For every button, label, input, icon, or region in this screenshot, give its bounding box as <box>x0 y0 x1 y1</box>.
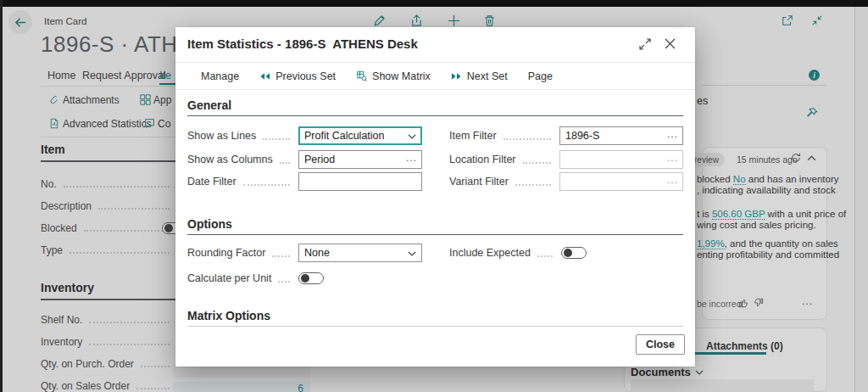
chevron-down-icon <box>408 251 416 256</box>
dialog-title: Item Statistics - 1896-S ATHENS Desk <box>187 36 418 51</box>
calculate-per-unit-toggle[interactable] <box>298 272 324 284</box>
variant-filter-row: Variant Filter ... <box>449 172 683 191</box>
expand-dialog-icon[interactable] <box>639 38 651 50</box>
location-filter-input[interactable]: ... <box>559 150 683 169</box>
dialog-menu-bar: Manage Previous Set Show Matrix Next Set… <box>201 63 553 89</box>
menu-next-set[interactable]: Next Set <box>451 70 508 82</box>
previous-set-icon <box>259 72 270 81</box>
options-heading[interactable]: Options <box>187 217 232 231</box>
rounding-factor-row: Rounding Factor None <box>187 244 422 262</box>
include-expected-toggle[interactable] <box>561 247 587 259</box>
item-statistics-dialog: Item Statistics - 1896-S ATHENS Desk Man… <box>175 27 695 367</box>
assist-edit-icon[interactable]: ... <box>667 128 678 140</box>
next-set-icon <box>451 72 462 81</box>
location-filter-row: Location Filter ... <box>449 150 683 169</box>
assist-edit-icon[interactable]: ... <box>406 152 417 164</box>
include-expected-row: Include Expected <box>449 244 587 262</box>
matrix-options-heading[interactable]: Matrix Options <box>187 309 270 322</box>
matrix-options-rule <box>187 326 683 327</box>
assist-edit-icon[interactable]: ... <box>667 174 678 186</box>
date-filter-row: Date Filter <box>187 172 422 191</box>
menu-manage[interactable]: Manage <box>201 70 239 82</box>
chevron-down-icon <box>408 134 416 139</box>
item-filter-row: Item Filter 1896-S ... <box>449 126 683 145</box>
show-as-columns-input[interactable]: Period ... <box>298 150 422 169</box>
variant-filter-input[interactable]: ... <box>559 172 683 191</box>
options-rule <box>187 234 683 235</box>
menu-previous-set[interactable]: Previous Set <box>259 70 336 82</box>
menu-divider <box>175 89 695 90</box>
menu-show-matrix[interactable]: Show Matrix <box>356 70 431 82</box>
close-button[interactable]: Close <box>636 334 685 355</box>
item-filter-input[interactable]: 1896-S ... <box>559 126 683 145</box>
date-filter-input[interactable] <box>298 172 422 191</box>
general-rule <box>187 115 683 116</box>
screen: Item Card 1896-S · ATHENS Home Request A… <box>0 0 868 392</box>
calculate-per-unit-row: Calculate per Unit <box>187 269 324 288</box>
show-as-columns-row: Show as Columns Period ... <box>187 150 422 169</box>
menu-page[interactable]: Page <box>528 70 553 82</box>
rounding-factor-select[interactable]: None <box>298 244 422 262</box>
assist-edit-icon[interactable]: ... <box>667 152 678 164</box>
show-matrix-icon <box>356 70 367 81</box>
show-as-lines-select[interactable]: Profit Calculation <box>298 126 422 145</box>
show-as-lines-row: Show as Lines Profit Calculation <box>187 126 422 145</box>
close-dialog-icon[interactable] <box>665 38 676 49</box>
general-heading[interactable]: General <box>187 98 231 112</box>
